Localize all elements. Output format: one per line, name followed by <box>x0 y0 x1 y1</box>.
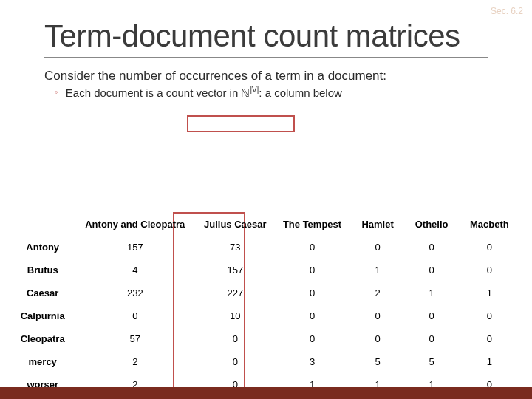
cell: 0 <box>273 259 350 282</box>
highlight-box-row <box>187 115 295 132</box>
col-header: Antony and Cleopatra <box>73 213 197 236</box>
cell: 1 <box>459 350 520 373</box>
term-document-table: Antony and Cleopatra Julius Caesar The T… <box>12 213 520 396</box>
cell: 0 <box>405 327 459 350</box>
table-row: Cleopatra 57 0 0 0 0 0 <box>12 327 520 350</box>
bullet-text-pre: Each document is a count vector in <box>66 86 242 99</box>
cell: 0 <box>405 259 459 282</box>
cell: 0 <box>197 350 273 373</box>
footer-bar <box>0 387 532 399</box>
cell: 0 <box>351 236 405 259</box>
cell: 0 <box>459 259 520 282</box>
cell: 0 <box>351 327 405 350</box>
slide: Sec. 6.2 Term-document count matrices Co… <box>0 0 532 399</box>
col-header: Macbeth <box>459 213 520 236</box>
cell: 2 <box>73 350 197 373</box>
header-blank <box>12 213 73 236</box>
col-header: Julius Caesar <box>197 213 273 236</box>
cell: 157 <box>197 259 273 282</box>
cell: 0 <box>405 236 459 259</box>
sub-bullet: ◦ Each document is a count vector in ℕ|V… <box>55 86 488 100</box>
cell: 0 <box>73 304 197 327</box>
row-label: Calpurnia <box>12 304 73 327</box>
cell: 0 <box>273 327 350 350</box>
col-header: Hamlet <box>351 213 405 236</box>
table-row: mercy 2 0 3 5 5 1 <box>12 350 520 373</box>
math-base: ℕ <box>241 87 250 99</box>
cell: 0 <box>273 282 350 304</box>
row-label: Cleopatra <box>12 327 73 350</box>
cell: 0 <box>351 304 405 327</box>
cell: 0 <box>459 304 520 327</box>
title-underline <box>44 57 488 58</box>
cell: 10 <box>197 304 273 327</box>
cell: 4 <box>73 259 197 282</box>
row-label: mercy <box>12 350 73 373</box>
cell: 0 <box>273 236 350 259</box>
col-header: The Tempest <box>273 213 350 236</box>
cell: 1 <box>351 259 405 282</box>
cell: 3 <box>273 350 350 373</box>
cell: 0 <box>405 304 459 327</box>
body-line: Consider the number of occurrences of a … <box>44 68 488 84</box>
cell: 57 <box>73 327 197 350</box>
table-row: Calpurnia 0 10 0 0 0 0 <box>12 304 520 327</box>
cell: 227 <box>197 282 273 304</box>
cell: 1 <box>459 282 520 304</box>
table-header-row: Antony and Cleopatra Julius Caesar The T… <box>12 213 520 236</box>
section-tag: Sec. 6.2 <box>491 6 523 16</box>
slide-title: Term-document count matrices <box>44 19 488 52</box>
cell: 0 <box>197 327 273 350</box>
row-label: Brutus <box>12 259 73 282</box>
cell: 5 <box>405 350 459 373</box>
col-header: Othello <box>405 213 459 236</box>
cell: 0 <box>459 327 520 350</box>
cell: 1 <box>405 282 459 304</box>
math-superscript: |V| <box>250 86 259 94</box>
table-row: Antony 157 73 0 0 0 0 <box>12 236 520 259</box>
cell: 0 <box>459 236 520 259</box>
cell: 73 <box>197 236 273 259</box>
table-row: Caesar 232 227 0 2 1 1 <box>12 282 520 304</box>
cell: 157 <box>73 236 197 259</box>
cell: 232 <box>73 282 197 304</box>
cell: 2 <box>351 282 405 304</box>
row-label: Antony <box>12 236 73 259</box>
bullet-icon: ◦ <box>55 86 58 98</box>
row-label: Caesar <box>12 282 73 304</box>
bullet-text-post: : a column below <box>259 86 342 99</box>
cell: 0 <box>273 304 350 327</box>
table-row: Brutus 4 157 0 1 0 0 <box>12 259 520 282</box>
cell: 5 <box>351 350 405 373</box>
